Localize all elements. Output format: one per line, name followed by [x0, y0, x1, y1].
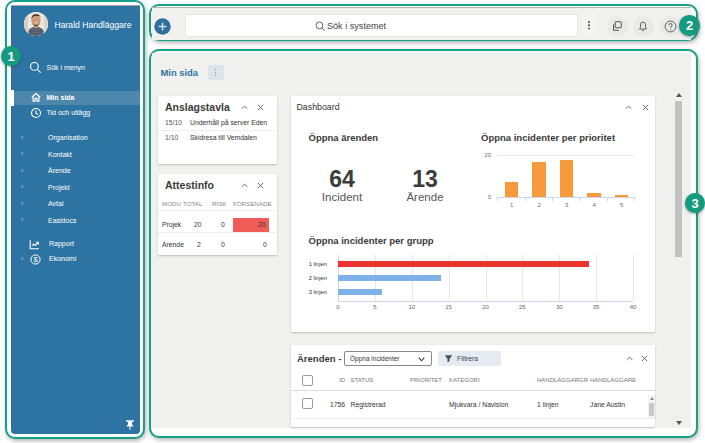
svg-text:$: $ — [33, 255, 38, 264]
